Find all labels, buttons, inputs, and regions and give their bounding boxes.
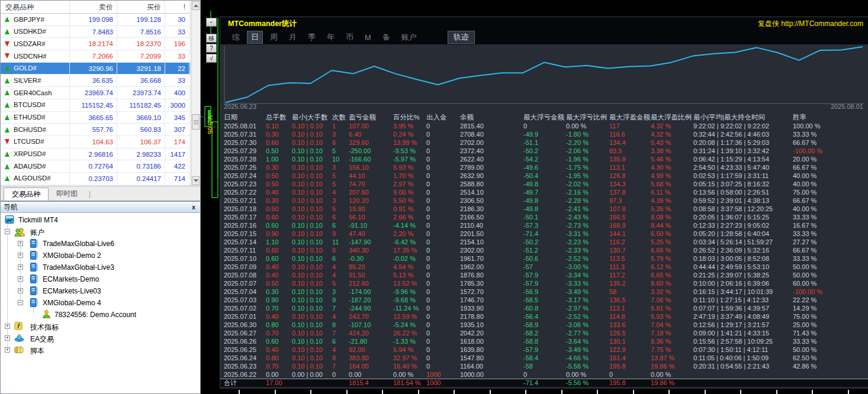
expand-plus-icon[interactable]: + — [5, 324, 10, 329]
stats-row-2025.07.16[interactable]: 2025.07.160.600.10 | 0.106-91.10-4.14 %0… — [220, 221, 868, 230]
tree-item-ea-[interactable]: +EA交易 — [1, 332, 200, 344]
stats-row-2025.06.30[interactable]: 2025.06.300.800.10 | 0.108-107.10-5.24 %… — [220, 321, 868, 329]
stats-row-2025.07.30[interactable]: 2025.07.300.600.10 | 0.106329.6013.89 %0… — [220, 138, 868, 147]
server-icon — [30, 274, 38, 286]
stats-row-2025.06.25[interactable]: 2025.06.250.400.10 | 0.10492.005.94 %016… — [220, 345, 868, 354]
stats-row-2025.06.23[interactable]: 2025.06.230.700.10 | 0.107164.0016.40 %0… — [220, 362, 868, 370]
market-watch-row[interactable]: GBPJPY#199.098199.12830 — [1, 14, 190, 26]
stats-row-2025.07.07[interactable]: 2025.07.070.500.10 | 0.105212.6013.52 %0… — [220, 279, 868, 288]
toolbar-item-周[interactable]: 周 — [266, 31, 282, 44]
market-watch-row[interactable]: LTCUSD#104.63106.37174 — [1, 136, 190, 148]
track-button[interactable]: 轨迹 — [448, 31, 475, 44]
stats-row-2025.06.22[interactable]: 2025.06.220.000.00 | 0.0000.000.00 %1000… — [220, 370, 868, 379]
stats-row-2025.07.14[interactable]: 2025.07.141.100.10 | 0.1011-147.90-6.42 … — [220, 238, 868, 246]
move-button[interactable]: 移 — [206, 34, 217, 43]
expand-plus-icon[interactable]: + — [18, 276, 23, 282]
stats-row-2025.07.11[interactable]: 2025.07.110.600.10 | 0.106340.3017.35 %0… — [220, 246, 868, 254]
tree-item-xmglobal-demo-2[interactable]: +XMGlobal-Demo 2 — [1, 250, 200, 261]
cell-count: 3 — [332, 288, 349, 296]
market-watch-row[interactable]: ETHUSD#3665.653669.10345 — [1, 112, 190, 124]
help-button[interactable]: ? — [206, 44, 217, 53]
scroll-down-icon[interactable] — [192, 176, 200, 185]
stats-row-2025.06.24[interactable]: 2025.06.240.800.10 | 0.108383.8032.97 %0… — [220, 354, 868, 362]
stats-row-2025.06.26[interactable]: 2025.06.260.600.10 | 0.106-21.80-1.33 %0… — [220, 337, 868, 345]
expand-plus-icon[interactable]: + — [18, 253, 23, 258]
market-watch-row[interactable]: GOLD#3290.963291.1822 — [1, 63, 190, 75]
close-icon[interactable]: x — [192, 204, 195, 211]
market-watch-row[interactable]: XRPUSD#2.968162.982331417 — [1, 148, 190, 161]
collapse-minus-icon[interactable]: − — [5, 229, 10, 234]
toolbar-item-年[interactable]: 年 — [323, 31, 339, 44]
minimize-button[interactable]: − — [206, 18, 217, 27]
cell-mfl: -49.7 — [523, 188, 566, 196]
stats-row-2025.07.03[interactable]: 2025.07.030.900.10 | 0.109-187.20-9.68 %… — [220, 296, 868, 304]
col-header-symbol[interactable]: 交易品种 — [1, 1, 70, 13]
stats-row-2025.07.17[interactable]: 2025.07.170.600.10 | 0.10656.102.66 %021… — [220, 213, 868, 221]
market-watch-row[interactable]: BTCUSD#115152.45115182.453000 — [1, 99, 190, 112]
col-header-ask[interactable]: 买价 — [117, 1, 165, 13]
tree-item-trademaxglobal-live6[interactable]: +TradeMaxGlobal-Live6 — [1, 238, 200, 250]
market-watch-row[interactable]: SILVER#36.63536.66833 — [1, 75, 190, 87]
toolbar-item-综[interactable]: 综 — [228, 31, 244, 44]
toolbar-item-账户[interactable]: 账户 — [397, 31, 421, 44]
toolbar-item-备[interactable]: 备 — [378, 31, 394, 44]
stats-row-2025.08.01[interactable]: 2025.08.010.100.10 | 0.101107.003.95 %02… — [220, 122, 868, 130]
stats-row-2025.07.04[interactable]: 2025.07.040.300.10 | 0.103-174.00-9.96 %… — [220, 288, 868, 296]
tree-item-ecmarkets-demo[interactable]: +ECMarkets-Demo — [1, 273, 200, 285]
toolbar-item-M[interactable]: M — [361, 32, 375, 43]
expand-plus-icon[interactable]: + — [18, 288, 23, 293]
market-watch-row[interactable]: USDCNH#7.20667.209933 — [1, 50, 190, 63]
cell-balance: 2514.10 — [460, 188, 523, 196]
brand-link[interactable]: 复盘侠 http://MTCommander.com — [758, 19, 863, 29]
stats-row-2025.07.02[interactable]: 2025.07.020.700.10 | 0.107-244.90-11.24 … — [220, 304, 868, 312]
stats-row-2025.07.22[interactable]: 2025.07.220.400.10 | 0.104207.609.00 %02… — [220, 188, 868, 196]
stats-row-2025.06.27[interactable]: 2025.06.270.700.10 | 0.107424.2026.22 %0… — [220, 329, 868, 337]
stats-row-2025.07.24[interactable]: 2025.07.240.500.10 | 0.10544.101.70 %026… — [220, 172, 868, 180]
stats-row-2025.07.09[interactable]: 2025.07.090.400.10 | 0.10485.204.54 %019… — [220, 263, 868, 271]
market-watch-scrollbar[interactable] — [191, 1, 200, 186]
tree-item-xmglobal-demo-4[interactable]: −XMGlobal-Demo 4 — [1, 297, 200, 309]
market-watch-row[interactable]: USDZAR#18.217418.2370196 — [1, 38, 190, 50]
collapse-minus-icon[interactable]: − — [18, 300, 23, 305]
stats-row-2025.07.29[interactable]: 2025.07.290.500.10 | 0.105-250.00-9.53 %… — [220, 147, 868, 155]
market-watch-row[interactable]: ALGOUSD#0.237030.24417714 — [1, 173, 190, 185]
tree-item-78324556-demo-account[interactable]: 78324556: Demo Account — [1, 309, 200, 321]
stats-row-2025.07.28[interactable]: 2025.07.281.000.10 | 0.1010-166.60-5.97 … — [220, 155, 868, 163]
tab-symbols[interactable]: 交易品种 — [4, 188, 49, 201]
stats-row-2025.07.08[interactable]: 2025.07.080.400.10 | 0.10491.505.13 %018… — [220, 271, 868, 279]
stats-row-2025.07.01[interactable]: 2025.07.010.400.10 | 0.104243.7012.59 %0… — [220, 312, 868, 321]
scrollbar-thumb[interactable] — [192, 114, 200, 130]
scroll-up-icon[interactable] — [192, 1, 200, 10]
expand-plus-icon[interactable]: + — [5, 347, 10, 353]
tree-item--[interactable]: +脚本 — [1, 344, 200, 356]
cell-mfl: -58.5 — [523, 296, 566, 304]
expand-plus-icon[interactable]: + — [18, 241, 23, 246]
tree-item-trademaxglobal-live3[interactable]: +TradeMaxGlobal-Live3 — [1, 261, 200, 273]
stats-row-2025.07.18[interactable]: 2025.07.180.500.10 | 0.10519.800.91 %021… — [220, 205, 868, 213]
stats-row-2025.07.23[interactable]: 2025.07.230.500.10 | 0.10574.702.97 %025… — [220, 180, 868, 188]
tree-item-tickmill-mt4[interactable]: Tickmill MT4 — [1, 214, 200, 226]
tree-item--[interactable]: −账户 — [1, 226, 200, 238]
market-watch-row[interactable]: ADAUSD#0.727640.73186422 — [1, 160, 190, 173]
stats-row-2025.07.15[interactable]: 2025.07.150.900.10 | 0.10947.402.20 %022… — [220, 230, 868, 238]
toolbar-item-月[interactable]: 月 — [285, 31, 301, 44]
col-header-spread[interactable]: ! — [165, 1, 189, 13]
market-watch-row[interactable]: BCHUSD#557.76560.83307 — [1, 124, 190, 136]
toolbar-item-季[interactable]: 季 — [304, 31, 320, 44]
stats-row-2025.07.31[interactable]: 2025.07.310.300.10 | 0.1036.400.24 %0270… — [220, 130, 868, 138]
tree-item--[interactable]: +f技术指标 — [1, 321, 200, 332]
stats-row-2025.07.25[interactable]: 2025.07.250.300.10 | 0.103156.105.93 %02… — [220, 163, 868, 172]
col-header-bid[interactable]: 卖价 — [70, 1, 117, 13]
stats-row-2025.07.10[interactable]: 2025.07.100.600.10 | 0.106-0.30-0.02 %01… — [220, 254, 868, 263]
confirm-button[interactable]: √ — [206, 54, 217, 63]
toolbar-item-日[interactable]: 日 — [247, 31, 263, 44]
expand-plus-icon[interactable]: + — [18, 264, 23, 270]
toolbar-item-币[interactable]: 币 — [342, 31, 358, 44]
expand-plus-icon[interactable]: + — [5, 335, 10, 341]
market-watch-row[interactable]: USDHKD#7.84837.851633 — [1, 26, 190, 38]
market-watch-row[interactable]: GER40Cash23969.7423973.74400 — [1, 87, 190, 99]
tab-tick-chart[interactable]: 即时图 — [49, 188, 85, 201]
tree-item-ecmarkets-live03[interactable]: +ECMarkets-Live03 — [1, 285, 200, 297]
stats-row-2025.07.21[interactable]: 2025.07.210.300.10 | 0.103120.205.50 %02… — [220, 196, 868, 205]
cell-win: 40.00 % — [793, 172, 868, 180]
